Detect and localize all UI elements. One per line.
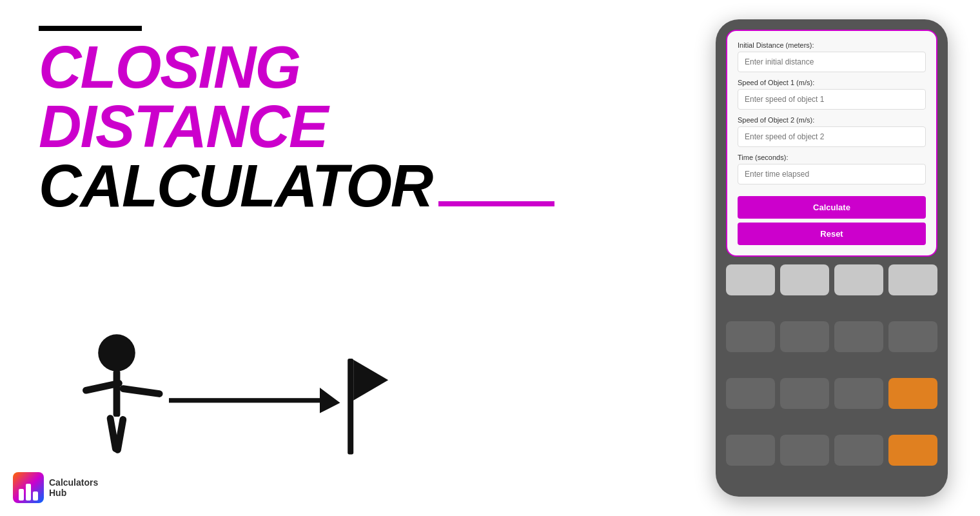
- calculator-buttons-grid: [726, 264, 937, 486]
- initial-distance-input[interactable]: [738, 52, 926, 72]
- speed-object2-label: Speed of Object 2 (m/s):: [738, 116, 926, 124]
- calc-btn-13[interactable]: [726, 435, 775, 466]
- svg-rect-3: [119, 385, 163, 398]
- calc-btn-6[interactable]: [780, 321, 829, 352]
- reset-button[interactable]: Reset: [738, 223, 926, 245]
- title-line1: CLOSING: [39, 37, 671, 97]
- person-arrow-flag-illustration: [64, 316, 413, 471]
- left-section: CLOSING DISTANCE CALCULATOR: [0, 0, 709, 516]
- speed-object1-input[interactable]: [738, 89, 926, 110]
- speed-object1-group: Speed of Object 1 (m/s):: [738, 79, 926, 110]
- svg-rect-1: [113, 370, 121, 417]
- calc-btn-15[interactable]: [834, 435, 883, 466]
- calc-btn-10[interactable]: [780, 378, 829, 409]
- calculator-screen: Initial Distance (meters): Speed of Obje…: [726, 30, 937, 257]
- time-label: Time (seconds):: [738, 154, 926, 161]
- calc-btn-11[interactable]: [834, 378, 883, 409]
- calc-btn-7[interactable]: [834, 321, 883, 352]
- title-line3: CALCULATOR: [39, 156, 671, 215]
- svg-marker-9: [353, 360, 388, 401]
- right-section: Initial Distance (meters): Speed of Obje…: [709, 0, 980, 516]
- calc-btn-9[interactable]: [726, 378, 775, 409]
- speed-object2-input[interactable]: [738, 126, 926, 147]
- speed-object1-label: Speed of Object 1 (m/s):: [738, 79, 926, 86]
- logo-icon: [13, 472, 44, 503]
- calc-btn-8[interactable]: [888, 321, 937, 352]
- svg-rect-6: [169, 398, 320, 402]
- calculator-device: Initial Distance (meters): Speed of Obje…: [716, 19, 948, 497]
- logo-bar-3: [33, 491, 38, 501]
- initial-distance-label: Initial Distance (meters):: [738, 41, 926, 49]
- calculator-underline: [438, 201, 554, 206]
- logo-line1: Calculators: [49, 477, 98, 488]
- logo-line2: Hub: [49, 488, 98, 498]
- calc-btn-1[interactable]: [726, 264, 775, 295]
- calc-btn-12-orange[interactable]: [888, 378, 937, 409]
- svg-point-0: [98, 334, 135, 372]
- svg-marker-7: [320, 388, 340, 413]
- title-line2: DISTANCE: [39, 97, 671, 156]
- calc-btn-3[interactable]: [834, 264, 883, 295]
- initial-distance-group: Initial Distance (meters):: [738, 41, 926, 72]
- svg-rect-8: [348, 359, 353, 455]
- time-input[interactable]: [738, 164, 926, 184]
- title-decoration-bar: [39, 26, 142, 31]
- calc-btn-5[interactable]: [726, 321, 775, 352]
- calc-btn-2[interactable]: [780, 264, 829, 295]
- illustration-area: [64, 310, 413, 477]
- calc-btn-14[interactable]: [780, 435, 829, 466]
- calc-btn-16-orange[interactable]: [888, 435, 937, 466]
- calc-btn-4[interactable]: [888, 264, 937, 295]
- speed-object2-group: Speed of Object 2 (m/s):: [738, 116, 926, 147]
- calculate-button[interactable]: Calculate: [738, 196, 926, 219]
- logo-bar-1: [19, 489, 24, 501]
- logo-text: Calculators Hub: [49, 477, 98, 498]
- logo-bar-2: [26, 484, 31, 501]
- logo: Calculators Hub: [13, 472, 98, 503]
- time-group: Time (seconds):: [738, 154, 926, 184]
